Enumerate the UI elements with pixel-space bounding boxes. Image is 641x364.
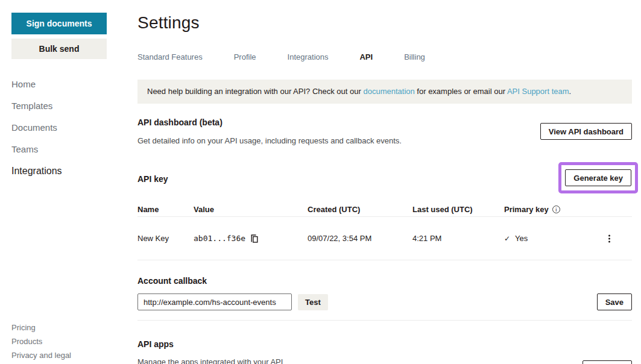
page-title: Settings [137,13,632,33]
api-support-team-link[interactable]: API Support team [507,87,569,96]
view-api-dashboard-button[interactable]: View API dashboard [540,123,632,140]
kebab-menu-icon[interactable] [606,231,613,246]
sidebar-nav: Home Templates Documents Teams Integrati… [11,79,62,187]
save-button[interactable]: Save [597,293,632,310]
col-header-value: Value [194,205,308,214]
footer-link-privacy-legal[interactable]: Privacy and legal [11,348,71,362]
tab-standard-features[interactable]: Standard Features [137,52,203,61]
account-callback-title: Account callback [137,276,632,286]
key-value-cell: ab01...f36e [194,234,308,243]
key-last-used-cell: 4:21 PM [412,234,504,243]
sidebar: Sign documents Bulk send Home Templates … [0,0,137,364]
col-header-created: Created (UTC) [308,205,412,214]
api-help-banner: Need help building an integration with o… [137,80,632,104]
api-key-table: Name Value Created (UTC) Last used (UTC)… [137,202,632,260]
sidebar-item-templates[interactable]: Templates [11,101,62,122]
api-key-section: API key Generate key [137,163,632,195]
col-header-primary-key: Primary keyi [504,205,632,214]
cutoff-button[interactable] [583,360,632,364]
key-name-cell: New Key [137,234,194,243]
bulk-send-button[interactable]: Bulk send [11,39,107,59]
test-button[interactable]: Test [298,294,328,310]
documentation-link[interactable]: documentation [363,87,414,96]
api-apps-section: API apps Manage the apps integrated with… [137,339,632,364]
copy-icon[interactable] [250,234,259,243]
key-primary-cell: ✓Yes [504,234,632,243]
callback-url-input[interactable] [137,293,292,310]
generate-key-highlight: Generate key [558,162,638,193]
table-divider [137,260,632,260]
api-dashboard-title: API dashboard (beta) [137,118,402,127]
banner-text: . [569,87,572,96]
banner-text: Need help building an integration with o… [147,87,363,96]
sidebar-item-home[interactable]: Home [11,79,62,101]
settings-page: Sign documents Bulk send Home Templates … [0,0,641,364]
main-content: Settings Standard Features Profile Integ… [137,0,632,364]
key-created-cell: 09/07/22, 3:54 PM [308,234,412,243]
sidebar-item-teams[interactable]: Teams [11,144,62,166]
info-icon[interactable]: i [552,206,560,213]
sidebar-footer: Pricing Products Privacy and legal [11,321,71,362]
api-dashboard-section: API dashboard (beta) Get detailed info o… [137,118,632,145]
generate-key-button[interactable]: Generate key [565,169,631,186]
tab-integrations[interactable]: Integrations [288,52,329,61]
sidebar-item-documents[interactable]: Documents [11,122,62,144]
tab-profile[interactable]: Profile [234,52,256,61]
api-dashboard-text: API dashboard (beta) Get detailed info o… [137,118,402,145]
sign-documents-button[interactable]: Sign documents [11,13,107,34]
check-icon: ✓ [504,234,510,243]
col-header-name: Name [137,205,194,214]
api-dashboard-description: Get detailed info on your API usage, inc… [137,136,402,145]
api-apps-title: API apps [137,339,632,349]
table-row: New Key ab01...f36e 09/07/22, 3:54 PM 4:… [137,217,632,260]
account-callback-section: Account callback Test Save [137,276,632,321]
tab-billing[interactable]: Billing [404,52,425,61]
api-key-title: API key [137,174,168,184]
footer-link-products[interactable]: Products [11,334,71,348]
col-header-last-used: Last used (UTC) [412,205,504,214]
primary-key-label: Primary key [504,205,549,214]
banner-text: for examples or email our [415,87,507,96]
account-callback-row: Test Save [137,293,632,310]
api-apps-description: Manage the apps integrated with your API [137,357,632,364]
table-header-row: Name Value Created (UTC) Last used (UTC)… [137,202,632,216]
sidebar-item-integrations[interactable]: Integrations [11,166,62,187]
tab-api[interactable]: API [359,52,373,61]
primary-yes-text: Yes [515,234,528,243]
footer-link-pricing[interactable]: Pricing [11,321,71,334]
settings-tabs: Standard Features Profile Integrations A… [137,52,632,61]
section-divider [137,320,632,321]
key-value-text: ab01...f36e [194,234,245,243]
